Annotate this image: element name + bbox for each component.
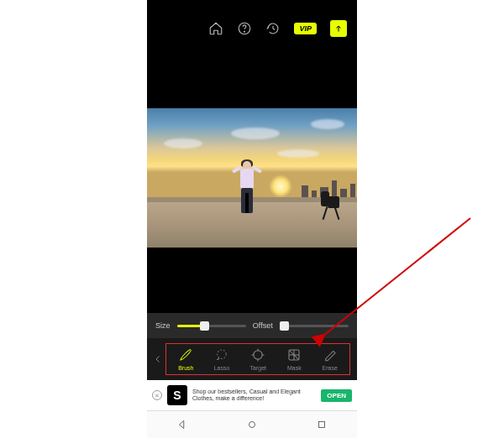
tool-label: Mask (287, 365, 302, 371)
history-icon[interactable] (265, 21, 281, 36)
status-bar (147, 0, 357, 15)
svg-point-5 (249, 422, 255, 428)
tool-highlight-box: Brush Lasso Target Mask Erase (165, 343, 350, 375)
editor-canvas[interactable] (147, 42, 357, 313)
size-slider[interactable] (177, 325, 246, 327)
tool-toolbar: Brush Lasso Target Mask Erase (147, 338, 357, 380)
tool-label: Target (250, 365, 266, 371)
lasso-icon (214, 347, 229, 362)
target-icon (250, 347, 265, 362)
photographer (321, 191, 344, 220)
android-nav-bar (147, 410, 357, 438)
export-button[interactable] (330, 20, 347, 37)
ad-open-button[interactable]: OPEN (321, 389, 352, 402)
top-toolbar: VIP (147, 15, 357, 42)
offset-label: Offset (253, 321, 273, 330)
svg-point-3 (254, 351, 263, 360)
svg-rect-6 (319, 422, 325, 428)
mask-icon (286, 347, 302, 362)
back-chevron-icon[interactable] (152, 354, 164, 364)
tool-erase[interactable]: Erase (323, 347, 338, 371)
nav-recent-icon[interactable] (315, 418, 328, 431)
home-icon[interactable] (208, 21, 223, 36)
tool-label: Lasso (214, 365, 230, 371)
subject-person (235, 161, 259, 218)
tool-mask[interactable]: Mask (286, 347, 302, 371)
ad-close-icon[interactable]: ✕ (152, 390, 162, 400)
photo-preview (147, 108, 357, 248)
nav-home-icon[interactable] (245, 418, 259, 431)
offset-slider[interactable] (280, 325, 349, 327)
size-slider-thumb[interactable] (200, 321, 209, 331)
ad-logo: S (167, 385, 187, 405)
brush-icon (178, 347, 193, 362)
phone-frame: VIP Size O (147, 0, 357, 438)
svg-point-2 (218, 350, 227, 359)
slider-row: Size Offset (147, 313, 357, 338)
vip-badge[interactable]: VIP (294, 23, 317, 34)
tool-brush[interactable]: Brush (178, 347, 193, 371)
help-icon[interactable] (237, 21, 252, 36)
ad-text: Shop our bestsellers, Casual and Elegant… (192, 388, 316, 403)
ad-banner[interactable]: ✕ S Shop our bestsellers, Casual and Ele… (147, 380, 357, 410)
tool-label: Brush (178, 365, 193, 371)
erase-icon (323, 347, 338, 362)
tool-label: Erase (323, 365, 338, 371)
tool-lasso[interactable]: Lasso (214, 347, 230, 371)
nav-back-icon[interactable] (176, 418, 189, 431)
svg-point-1 (244, 31, 245, 32)
size-label: Size (155, 321, 171, 330)
tool-target[interactable]: Target (250, 347, 266, 371)
offset-slider-thumb[interactable] (280, 321, 289, 331)
